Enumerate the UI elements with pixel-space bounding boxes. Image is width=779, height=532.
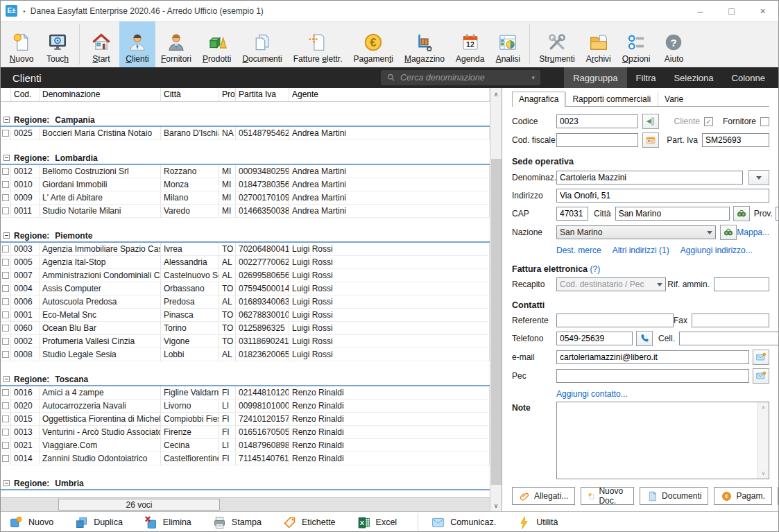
row-checkbox[interactable]: [2, 338, 9, 345]
toolbar-item-fornitori[interactable]: Fornitori: [155, 22, 197, 67]
toolbar-item-fatture-elettr[interactable]: Fatture elettr.: [288, 22, 348, 67]
collapse-icon[interactable]: [3, 117, 10, 123]
table-row[interactable]: 0004Assis ComputerOrbassanoTO07594500014…: [1, 282, 490, 295]
note-textarea[interactable]: [557, 402, 757, 479]
select-column-header[interactable]: [1, 88, 11, 101]
pec-field[interactable]: [556, 369, 749, 383]
raggruppa-button[interactable]: Raggruppa: [564, 67, 626, 88]
telefono-call-button[interactable]: [636, 331, 653, 346]
toolbar-item-nuovo[interactable]: Nuovo: [3, 22, 40, 67]
bottom-toolbar-item-duplica[interactable]: Duplica: [74, 515, 123, 530]
table-row[interactable]: 0021Viaggiare.ComCecinaLI01487960898Renz…: [1, 439, 490, 452]
column-header-2[interactable]: Città: [161, 88, 219, 101]
cap-field[interactable]: [556, 207, 588, 221]
toolbar-item-touch[interactable]: Touch: [40, 22, 76, 67]
cliente-checkbox[interactable]: ✓: [704, 117, 713, 126]
prov-field[interactable]: [776, 207, 779, 221]
horizontal-scrollbar[interactable]: 26 voci: [1, 497, 490, 511]
row-checkbox[interactable]: [2, 415, 9, 422]
toolbar-item-strumenti[interactable]: Strumenti: [533, 22, 580, 67]
table-row[interactable]: 0015Oggettistica Fiorentina di Michele S…: [1, 413, 490, 426]
column-header-1[interactable]: Denominazione: [40, 88, 161, 101]
toolbar-item-agenda[interactable]: 12Agenda: [450, 22, 490, 67]
pec-send-button[interactable]: [753, 368, 769, 384]
row-checkbox[interactable]: [2, 194, 9, 201]
table-row[interactable]: 0014Zannini Studio OdontoiatricoCastelfi…: [1, 452, 490, 465]
vertical-scrollbar[interactable]: ∧ ∨: [490, 88, 502, 511]
search-input[interactable]: [400, 73, 529, 83]
bottom-toolbar-item-elimina[interactable]: Elimina: [144, 515, 191, 530]
denominaz-dropdown-button[interactable]: [748, 170, 769, 185]
nazione-search-button[interactable]: [720, 225, 737, 240]
codice-field[interactable]: [556, 114, 638, 128]
toolbar-item-analisi[interactable]: Analisi: [490, 22, 526, 67]
email-field[interactable]: [556, 350, 749, 364]
altri-indirizzi-link[interactable]: Altri indirizzi (1): [613, 246, 669, 255]
toolbar-item-prodotti[interactable]: Prodotti: [197, 22, 237, 67]
toolbar-item-documenti[interactable]: Documenti: [237, 22, 287, 67]
fe-help-link[interactable]: (?): [590, 264, 601, 274]
telefono-field[interactable]: [556, 332, 633, 345]
collapse-icon[interactable]: [3, 232, 10, 239]
row-checkbox[interactable]: [2, 181, 9, 188]
table-row[interactable]: 0007Amministrazioni Condominiali Casteln…: [1, 269, 490, 282]
toolbar-item-pagamenti[interactable]: €Pagamenti: [348, 22, 399, 67]
row-checkbox[interactable]: [2, 298, 9, 305]
toolbar-item-aiuto[interactable]: ?Aiuto: [656, 22, 692, 67]
part-iva-field[interactable]: [702, 133, 769, 147]
row-checkbox[interactable]: [2, 285, 9, 292]
search-box[interactable]: ▾: [381, 70, 540, 85]
toolbar-item-clienti[interactable]: Clienti: [119, 22, 155, 67]
collapse-icon[interactable]: [3, 155, 10, 161]
bottom-toolbar-item-etichette[interactable]: Etichette: [282, 515, 336, 530]
close-button[interactable]: ×: [747, 1, 778, 21]
toolbar-item-start[interactable]: Start: [83, 22, 119, 67]
table-row[interactable]: 0003Agenzia Immobiliare Spazio CasaIvrea…: [1, 243, 490, 256]
scroll-down-button[interactable]: ∨: [490, 499, 502, 511]
row-checkbox[interactable]: [2, 311, 9, 318]
nazione-select[interactable]: San Marino: [556, 225, 716, 239]
row-checkbox[interactable]: [2, 168, 9, 175]
table-row[interactable]: 0005Agenzia Ital-StopAlessandriaAL002277…: [1, 256, 490, 269]
bottom-toolbar-item-excel[interactable]: XExcel: [357, 515, 397, 530]
row-checkbox[interactable]: [2, 351, 9, 358]
search-dropdown-icon[interactable]: ▾: [529, 74, 538, 81]
indirizzo-field[interactable]: [556, 189, 769, 203]
filtra-button[interactable]: Filtra: [627, 67, 665, 88]
bottom-toolbar-item-comunicaz[interactable]: Comunicaz.: [431, 515, 496, 530]
denominaz-field[interactable]: [556, 171, 743, 185]
aggiungi-indirizzo-link[interactable]: Aggiungi indirizzo...: [680, 246, 753, 255]
table-row[interactable]: 0016Amici a 4 zampeFigline ValdarnoFI021…: [1, 386, 490, 400]
scroll-up-button[interactable]: ∧: [490, 88, 502, 100]
tab-anagrafica[interactable]: Anagrafica: [512, 92, 565, 107]
nuovo-doc-button[interactable]: Nuovo Doc.: [581, 487, 634, 505]
row-checkbox[interactable]: [2, 389, 9, 396]
collapse-icon[interactable]: [3, 376, 10, 382]
cell-field[interactable]: [679, 332, 779, 345]
column-header-5[interactable]: Agente: [289, 88, 490, 101]
citta-field[interactable]: [615, 207, 730, 221]
email-send-button[interactable]: [753, 350, 769, 365]
bottom-toolbar-item-utilita[interactable]: Utilità: [517, 515, 558, 530]
mappa-link[interactable]: Mappa...: [737, 228, 769, 237]
table-row[interactable]: 0001Eco-Metal SncPinascaTO06278830010Lui…: [1, 309, 490, 322]
table-row[interactable]: 0060Ocean Blu BarTorinoTO0125896325Luigi…: [1, 322, 490, 335]
citta-search-button[interactable]: [733, 206, 750, 221]
aggiungi-contatto-link[interactable]: Aggiungi contatto...: [556, 389, 628, 399]
collapse-icon[interactable]: [3, 480, 10, 486]
rif-ammin-field[interactable]: [714, 277, 769, 291]
seleziona-button[interactable]: Seleziona: [665, 67, 722, 88]
row-checkbox[interactable]: [2, 130, 9, 137]
pagam-button[interactable]: €Pagam.: [714, 487, 771, 505]
vertical-scroll-thumb[interactable]: [491, 159, 502, 485]
table-row[interactable]: 0012Bellomo Costruzioni SrlRozzanoMI0009…: [1, 165, 490, 178]
row-checkbox[interactable]: [2, 429, 9, 436]
cod-fiscale-calc-button[interactable]: [642, 132, 659, 148]
table-row[interactable]: 0013Venturini - Arcò Studio AssociatoFir…: [1, 426, 490, 439]
row-checkbox[interactable]: [2, 259, 9, 266]
row-checkbox[interactable]: [2, 455, 9, 462]
fax-field[interactable]: [692, 314, 769, 327]
tab-varie[interactable]: Varie: [658, 92, 690, 106]
row-checkbox[interactable]: [2, 207, 9, 214]
horizontal-scroll-thumb[interactable]: 26 voci: [58, 499, 220, 510]
